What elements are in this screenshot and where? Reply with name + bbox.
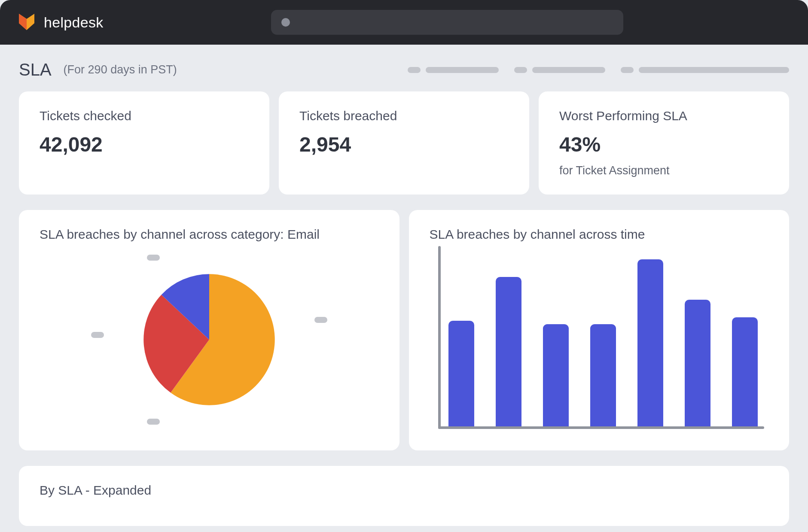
kpi-card-worst: Worst Performing SLA 43% for Ticket Assi… xyxy=(539,91,789,195)
kpi-value: 43% xyxy=(559,133,768,156)
placeholder-text xyxy=(639,67,789,73)
pie-label-placeholder xyxy=(91,332,104,338)
filter-tabs xyxy=(408,67,789,73)
bar xyxy=(732,317,758,426)
kpi-card-breached: Tickets breached 2,954 xyxy=(279,91,529,195)
filter-tab[interactable] xyxy=(408,67,499,73)
pie-chart-svg xyxy=(140,271,278,408)
placeholder-icon xyxy=(621,67,634,73)
bar xyxy=(685,300,710,426)
bar xyxy=(637,259,663,427)
pie-label-placeholder xyxy=(147,255,160,261)
placeholder-icon xyxy=(514,67,527,73)
brand[interactable]: helpdesk xyxy=(17,12,104,33)
bar xyxy=(496,277,521,427)
filter-tab[interactable] xyxy=(621,67,789,73)
pie-chart xyxy=(40,242,379,438)
chart-title: SLA breaches by channel across time xyxy=(430,227,769,242)
bar-chart-card: SLA breaches by channel across time xyxy=(409,210,790,450)
chart-title: SLA breaches by channel across category:… xyxy=(40,227,379,242)
kpi-label: Tickets breached xyxy=(299,109,509,123)
pie-label-placeholder xyxy=(314,317,327,323)
filter-tab[interactable] xyxy=(514,67,605,73)
bar xyxy=(448,321,474,426)
fox-logo-icon xyxy=(17,12,36,33)
topbar: helpdesk xyxy=(0,0,808,45)
pie-chart-card: SLA breaches by channel across category:… xyxy=(19,210,399,450)
app-window: helpdesk SLA (For 290 days in PST) xyxy=(0,0,808,532)
search-input[interactable] xyxy=(271,10,623,35)
kpi-value: 2,954 xyxy=(299,133,509,156)
search-icon xyxy=(281,18,290,27)
bar xyxy=(543,324,569,426)
kpi-value: 42,092 xyxy=(40,133,249,156)
page-title: SLA xyxy=(19,60,52,79)
bottom-row: By SLA - Expanded xyxy=(0,450,808,526)
placeholder-text xyxy=(426,67,499,73)
brand-name: helpdesk xyxy=(44,14,104,31)
kpi-label: Worst Performing SLA xyxy=(559,109,768,123)
y-axis xyxy=(438,246,441,429)
kpi-label: Tickets checked xyxy=(40,109,249,123)
expanded-card: By SLA - Expanded xyxy=(19,466,789,526)
chart-row: SLA breaches by channel across category:… xyxy=(0,195,808,450)
kpi-card-checked: Tickets checked 42,092 xyxy=(19,91,269,195)
bar xyxy=(590,324,616,426)
page-subtitle: (For 290 days in PST) xyxy=(64,63,177,76)
kpi-row: Tickets checked 42,092 Tickets breached … xyxy=(0,91,808,195)
bar-chart xyxy=(430,242,769,438)
search-wrap xyxy=(104,10,791,35)
page-header: SLA (For 290 days in PST) xyxy=(0,45,808,91)
x-axis xyxy=(438,426,765,429)
placeholder-icon xyxy=(408,67,421,73)
section-title: By SLA - Expanded xyxy=(40,483,768,498)
placeholder-text xyxy=(532,67,605,73)
pie-label-placeholder xyxy=(147,419,160,425)
kpi-caption: for Ticket Assignment xyxy=(559,164,768,177)
bars-container xyxy=(447,250,760,426)
